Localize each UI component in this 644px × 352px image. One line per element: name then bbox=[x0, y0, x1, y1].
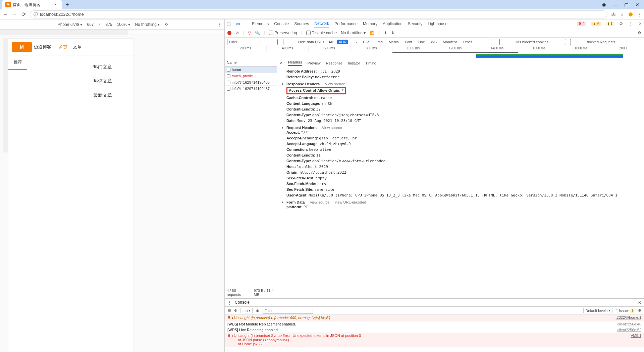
zoom-select[interactable]: 100% ▾ bbox=[117, 22, 130, 27]
devtools-tab-memory[interactable]: Memory bbox=[363, 20, 377, 28]
bookmark-icon[interactable]: ☆ bbox=[620, 12, 624, 17]
request-row[interactable]: home bbox=[225, 67, 277, 73]
close-drawer-icon[interactable]: ✕ bbox=[638, 300, 641, 305]
device-select[interactable]: iPhone 6/7/8 ▾ bbox=[57, 22, 82, 27]
more-icon[interactable]: ⋮ bbox=[629, 21, 633, 26]
filter-icon[interactable]: ▽ bbox=[248, 31, 251, 35]
minimize-icon[interactable]: — bbox=[613, 2, 618, 7]
export-icon[interactable]: ⬇ bbox=[391, 31, 394, 35]
request-row[interactable]: touch_profile bbox=[225, 73, 277, 79]
filter-type-js[interactable]: JS bbox=[351, 40, 359, 44]
close-icon[interactable]: × bbox=[54, 2, 59, 7]
console-filter-input[interactable] bbox=[263, 308, 313, 314]
import-icon[interactable]: ⬆ bbox=[384, 31, 387, 35]
detail-tab-headers[interactable]: Headers bbox=[288, 60, 302, 66]
throttle-select[interactable]: No throttling ▾ bbox=[135, 22, 160, 27]
errors-badge[interactable]: ✖ 4 bbox=[577, 21, 586, 26]
filter-type-manifest[interactable]: Manifest bbox=[441, 40, 459, 44]
close-detail-icon[interactable]: ✕ bbox=[280, 61, 283, 65]
filter-type-img[interactable]: Img bbox=[375, 40, 384, 44]
new-tab-button[interactable]: + bbox=[66, 2, 69, 8]
warnings-badge[interactable]: ▲ 5 bbox=[591, 22, 601, 26]
console-line[interactable]: [WDS] Hot Module Replacement enabled.cli… bbox=[225, 321, 644, 327]
settings-icon[interactable]: ⚙ bbox=[619, 21, 623, 26]
issues-label[interactable]: 1 Issue: 1 bbox=[616, 309, 635, 313]
devtools-tab-lighthouse[interactable]: Lighthouse bbox=[428, 20, 447, 28]
back-icon[interactable]: ← bbox=[3, 11, 8, 17]
detail-tab-preview[interactable]: Preview bbox=[308, 61, 321, 65]
preserve-log-checkbox[interactable]: Preserve log bbox=[269, 31, 297, 35]
console-settings-icon[interactable]: ⚙ bbox=[638, 308, 641, 313]
translate-icon[interactable]: ⁂ bbox=[611, 12, 615, 17]
form-data-section[interactable]: Form Data view source view URL-encoded bbox=[282, 200, 639, 204]
filter-type-xhr[interactable]: XHR bbox=[337, 40, 348, 44]
maximize-icon[interactable]: ▢ bbox=[624, 2, 629, 7]
console-prompt[interactable]: › bbox=[225, 347, 644, 352]
console-line[interactable]: [WDS] Live Reloading enabled.client?256e… bbox=[225, 327, 644, 333]
devtools-tab-console[interactable]: Console bbox=[274, 20, 289, 28]
filter-type-media[interactable]: Media bbox=[387, 40, 400, 44]
device-menu-icon[interactable]: ⋮ bbox=[218, 22, 222, 27]
drawer-menu-icon[interactable]: ⋮ bbox=[227, 300, 231, 305]
site-logo[interactable]: M bbox=[12, 42, 32, 52]
devtools-tab-performance[interactable]: Performance bbox=[334, 20, 358, 28]
detail-tab-timing[interactable]: Timing bbox=[365, 61, 376, 65]
levels-select[interactable]: Default levels ▾ bbox=[583, 308, 612, 313]
search-icon[interactable]: 🔍 bbox=[255, 31, 260, 35]
filter-type-doc[interactable]: Doc bbox=[417, 40, 427, 44]
filter-type-all[interactable]: All bbox=[327, 40, 334, 44]
console-line[interactable]: ✖▸Uncaught (in promise) ▸ {errcode: 600,… bbox=[225, 315, 644, 321]
response-headers-section[interactable]: Response Headers View source bbox=[282, 82, 639, 86]
request-headers-section[interactable]: Request Headers View source bbox=[282, 126, 639, 130]
nav-articles[interactable]: 文章 bbox=[73, 44, 82, 50]
close-devtools-icon[interactable]: ✕ bbox=[638, 21, 642, 26]
blocked-requests-checkbox[interactable]: Blocked Requests bbox=[551, 39, 615, 45]
headers-panel[interactable]: Remote Address: [::1]:2029Referrer Polic… bbox=[277, 67, 644, 298]
context-select[interactable]: top ▾ bbox=[240, 308, 253, 313]
network-timeline[interactable]: 200 ms400 ms600 ms800 ms1000 ms1200 ms14… bbox=[225, 46, 644, 59]
extension-icon[interactable] bbox=[629, 12, 633, 16]
device-height[interactable]: 375 bbox=[106, 22, 112, 27]
record-icon[interactable] bbox=[227, 31, 231, 35]
issues-badge[interactable]: ▮ 1 bbox=[606, 21, 614, 26]
detail-tab-initiator[interactable]: Initiator bbox=[348, 61, 360, 65]
console-line[interactable]: ✖▸Uncaught (in promise) SyntaxError: Une… bbox=[225, 333, 644, 347]
nav-home[interactable]: 首页 bbox=[59, 44, 67, 50]
device-mode-icon[interactable]: ▭ bbox=[236, 21, 240, 26]
filter-type-ws[interactable]: WS bbox=[429, 40, 438, 44]
gear-icon[interactable]: ⚙ bbox=[638, 31, 641, 35]
menu-icon[interactable]: ⋮ bbox=[637, 12, 641, 17]
filter-type-other[interactable]: Other bbox=[461, 40, 474, 44]
devtools-tab-security[interactable]: Security bbox=[408, 20, 422, 28]
phone-viewport[interactable]: M 迈道博客 首页 文章 推荐 热门文章 热评文章 最新文章 bbox=[8, 38, 134, 352]
filter-type-css[interactable]: CSS bbox=[361, 40, 372, 44]
close-window-icon[interactable]: ✕ bbox=[635, 2, 639, 7]
filter-input[interactable] bbox=[227, 39, 261, 45]
inspect-icon[interactable]: ⬚ bbox=[227, 21, 231, 26]
browser-tab[interactable]: M 首页 - 迈道博客 × bbox=[2, 0, 62, 9]
disc-icon[interactable]: ◉ bbox=[602, 2, 606, 7]
reload-icon[interactable]: ⟳ bbox=[21, 11, 26, 17]
blocked-cookies-checkbox[interactable]: Has blocked cookies bbox=[480, 39, 548, 45]
disable-cache-checkbox[interactable]: Disable cache bbox=[306, 31, 337, 35]
devtools-tab-network[interactable]: Network bbox=[314, 19, 329, 28]
console-tab[interactable]: Console bbox=[235, 299, 250, 306]
rotate-icon[interactable]: ⟲ bbox=[164, 22, 168, 27]
device-width[interactable]: 667 bbox=[87, 22, 94, 27]
request-row[interactable]: info?t=1629714190487 bbox=[225, 86, 277, 92]
devtools-tab-application[interactable]: Application bbox=[383, 20, 402, 28]
clear-icon[interactable]: ⊘ bbox=[235, 31, 239, 35]
wifi-icon[interactable]: 📶 bbox=[370, 31, 375, 35]
eye-icon[interactable]: ◉ bbox=[256, 308, 259, 313]
detail-tab-response[interactable]: Response bbox=[326, 61, 343, 65]
request-row[interactable]: info?t=1629714190485 bbox=[225, 79, 277, 86]
hide-data-urls[interactable]: Hide data URLs bbox=[264, 39, 324, 45]
devtools-tab-elements[interactable]: Elements bbox=[252, 20, 269, 28]
throttling-select[interactable]: No throttling ▾ bbox=[341, 31, 366, 35]
console-output[interactable]: ✖▸Uncaught (in promise) ▸ {errcode: 600,… bbox=[225, 315, 644, 352]
console-sidebar-icon[interactable]: ▤ bbox=[227, 308, 231, 313]
forward-icon[interactable]: → bbox=[12, 11, 17, 17]
tag-recommend[interactable]: 推荐 bbox=[8, 55, 27, 70]
request-list-header[interactable]: Name bbox=[225, 59, 277, 67]
devtools-tab-sources[interactable]: Sources bbox=[294, 20, 309, 28]
